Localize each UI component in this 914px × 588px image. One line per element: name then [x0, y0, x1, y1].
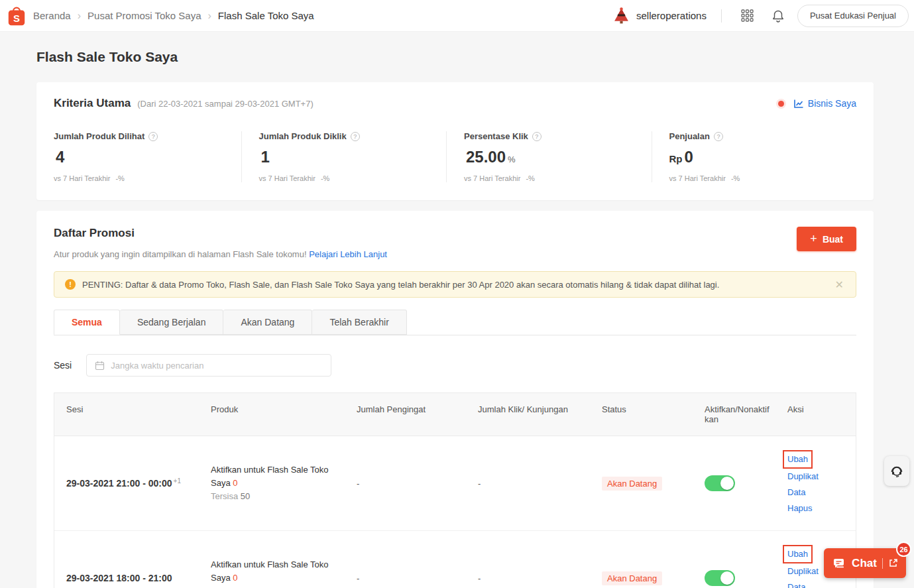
bisnis-saya-link[interactable]: Bisnis Saya — [793, 98, 856, 109]
chat-button[interactable]: Chat 26 — [824, 548, 906, 578]
svg-text:S: S — [13, 13, 20, 24]
metric-produk-diklik: Jumlah Produk Diklik 1 vs 7 Hari Terakhi… — [241, 131, 447, 182]
warning-banner: PENTING: Daftar & data Promo Toko, Flash… — [54, 271, 856, 298]
help-icon[interactable] — [351, 132, 360, 141]
product-cell: Aktifkan untuk Flash Sale Toko Saya 0 Te… — [199, 558, 345, 588]
close-icon[interactable] — [834, 278, 845, 291]
action-duplikat[interactable]: Duplikat — [787, 469, 856, 485]
chevron-right-icon — [208, 10, 211, 22]
daftar-promosi-subtitle: Atur produk yang ingin ditampilkan di ha… — [54, 249, 387, 259]
kriteria-title: Kriteria Utama — [54, 97, 131, 110]
chat-label: Chat — [852, 557, 877, 570]
breadcrumb-home[interactable]: Beranda — [33, 10, 71, 21]
metric-persentase-klik: Persentase Klik 25.00% vs 7 Hari Terakhi… — [446, 131, 652, 182]
session-time: 29-03-2021 21:00 - 00:00 — [66, 479, 172, 489]
status-badge: Akan Datang — [602, 571, 662, 585]
status-badge: Akan Datang — [602, 477, 662, 491]
status-tabs: Semua Sedang Berjalan Akan Datang Telah … — [54, 310, 856, 335]
create-button[interactable]: Buat — [797, 227, 856, 251]
metric-penjualan: Penjualan Rp0 vs 7 Hari Terakhir-% — [652, 131, 857, 182]
warning-icon — [65, 279, 76, 290]
plus-icon — [810, 232, 817, 246]
avatar[interactable] — [612, 7, 630, 25]
warning-text: PENTING: Daftar & data Promo Toko, Flash… — [82, 280, 834, 290]
help-icon[interactable] — [148, 132, 158, 141]
metrics-row: Jumlah Produk Dilihat 4 vs 7 Hari Terakh… — [54, 131, 856, 182]
session-time: 29-03-2021 18:00 - 21:00 — [66, 573, 172, 584]
date-range-picker[interactable] — [86, 354, 331, 377]
line-chart-icon — [793, 99, 804, 109]
table-row: 29-03-2021 18:00 - 21:00 Aktifkan untuk … — [54, 531, 856, 588]
help-icon[interactable] — [532, 132, 542, 141]
metric-value: 4 — [56, 148, 64, 166]
breadcrumb-promo-center[interactable]: Pusat Promosi Toko Saya — [87, 10, 201, 21]
kriteria-date-range: (Dari 22-03-2021 sampai 29-03-2021 GMT+7… — [137, 99, 314, 109]
support-headset-button[interactable] — [884, 456, 909, 486]
product-cell: Aktifkan untuk Flash Sale Toko Saya 0 Te… — [199, 463, 345, 503]
metric-value: 0 — [685, 148, 693, 166]
help-icon[interactable] — [714, 132, 723, 141]
daftar-promosi-title: Daftar Promosi — [54, 227, 387, 240]
divider — [721, 9, 722, 23]
activate-toggle[interactable] — [705, 475, 735, 491]
seller-education-button[interactable]: Pusat Edukasi Penjual — [797, 5, 909, 27]
session-filter-label: Sesi — [54, 360, 72, 371]
metric-value: 1 — [261, 148, 270, 166]
chevron-right-icon — [78, 10, 81, 22]
metric-produk-dilihat: Jumlah Produk Dilihat 4 vs 7 Hari Terakh… — [54, 131, 241, 182]
learn-more-link[interactable]: Pelajari Lebih Lanjut — [309, 249, 387, 259]
table-row: 29-03-2021 21:00 - 00:00+1 Aktifkan untu… — [54, 436, 856, 531]
action-ubah[interactable]: Ubah — [783, 545, 813, 563]
action-ubah[interactable]: Ubah — [783, 450, 813, 469]
tab-akan-datang[interactable]: Akan Datang — [223, 310, 312, 335]
headset-icon — [889, 463, 905, 479]
chat-bubble-icon — [832, 556, 846, 571]
tab-telah-berakhir[interactable]: Telah Berakhir — [312, 310, 407, 335]
chat-unread-badge: 26 — [896, 542, 911, 557]
shopee-logo-icon[interactable]: S — [7, 5, 27, 27]
action-hapus[interactable]: Hapus — [787, 500, 856, 516]
page-title: Flash Sale Toko Saya — [36, 49, 178, 65]
tab-sedang-berjalan[interactable]: Sedang Berjalan — [120, 310, 224, 335]
calendar-icon — [95, 361, 105, 371]
action-data[interactable]: Data — [787, 485, 856, 500]
topbar: S Beranda Pusat Promosi Toko Saya Flash … — [0, 0, 914, 32]
metric-value: 25.00 — [466, 148, 506, 166]
notification-dot — [778, 101, 784, 107]
click-count: - — [466, 573, 590, 583]
username[interactable]: selleroperations — [636, 10, 707, 21]
date-range-input[interactable] — [111, 361, 323, 371]
daftar-promosi-card: Daftar Promosi Atur produk yang ingin di… — [36, 211, 874, 588]
divider — [882, 558, 883, 569]
table-header-row: Sesi Produk Jumlah Pengingat Jumlah Klik… — [54, 393, 856, 436]
reminder-count: - — [345, 573, 466, 583]
reminder-count: - — [345, 479, 466, 489]
activate-toggle[interactable] — [705, 570, 735, 586]
expand-icon[interactable] — [888, 558, 898, 568]
kriteria-utama-card: Kriteria Utama (Dari 22-03-2021 sampai 2… — [36, 82, 874, 200]
promotion-table: Sesi Produk Jumlah Pengingat Jumlah Klik… — [54, 392, 856, 588]
action-data[interactable]: Data — [787, 579, 856, 588]
tab-semua[interactable]: Semua — [54, 310, 120, 335]
apps-grid-icon[interactable] — [736, 5, 759, 27]
breadcrumb-current: Flash Sale Toko Saya — [218, 10, 314, 21]
notification-bell-icon[interactable] — [767, 5, 789, 27]
click-count: - — [466, 479, 590, 489]
